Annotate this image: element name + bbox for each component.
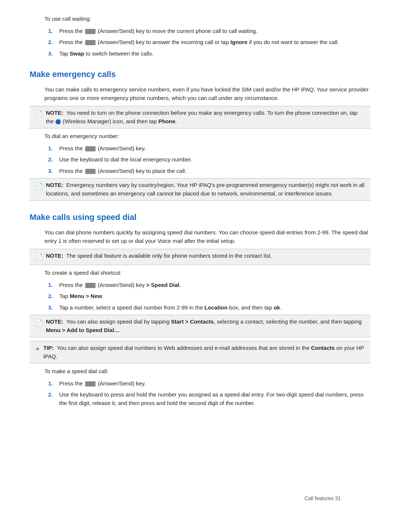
emergency-steps-list: 1. Press the (Answer/Send) key. 2. Use t… (59, 144, 370, 175)
call-waiting-list: 1. Press the (Answer/Send) key to move t… (59, 27, 370, 58)
emergency-note1: 📄 NOTE: You need to turn on the phone co… (30, 106, 370, 128)
speed-dial-note1: 📄 NOTE: The speed dial feature is availa… (30, 249, 370, 265)
emergency-step2: 2. Use the keyboard to dial the local em… (59, 155, 370, 164)
note2-icon: 📄 (35, 181, 43, 191)
answer-send-key-icon (85, 29, 96, 34)
emergency-para: You can make calls to emergency service … (44, 86, 370, 102)
dial-emergency-intro: To dial an emergency number: (44, 132, 370, 141)
emergency-note2-text: NOTE: Emergency numbers vary by country/… (46, 181, 365, 198)
speed-dial-note1-text: NOTE: The speed dial feature is availabl… (46, 252, 272, 260)
emergency-step1: 1. Press the (Answer/Send) key. (59, 144, 370, 153)
speed-dial-shortcut-intro: To create a speed dial shortcut: (44, 269, 370, 277)
speed-dial-heading: Make calls using speed dial (30, 211, 370, 223)
answer-send-key-icon3 (85, 146, 96, 151)
speed-dial-note1-icon: 📄 (35, 252, 43, 262)
speed-dial-create-list: 1. Press the (Answer/Send) key > Speed D… (59, 281, 370, 312)
emergency-note1-text: NOTE: You need to turn on the phone conn… (46, 109, 365, 126)
speed-dial-para: You can dial phone numbers quickly by as… (44, 228, 370, 245)
speed-dial-call-list: 1. Press the (Answer/Send) key. 2. Use t… (59, 379, 370, 408)
speed-dial-tip-text: TIP: You can also assign speed dial numb… (43, 344, 365, 361)
call-waiting-intro: To use call waiting: (44, 15, 370, 23)
speed-dial-create-step1: 1. Press the (Answer/Send) key > Speed D… (59, 281, 370, 290)
answer-send-key-icon6 (85, 381, 96, 387)
call-waiting-step3: 3. Tap Swap to switch between the calls. (59, 50, 370, 58)
call-waiting-step2: 2. Press the (Answer/Send) key to answer… (59, 38, 370, 47)
tip-icon: ✦ (35, 344, 40, 354)
page-footer: Call features 31 (304, 495, 341, 502)
emergency-calls-heading: Make emergency calls (30, 68, 370, 80)
speed-dial-tip: ✦ TIP: You can also assign speed dial nu… (30, 341, 370, 364)
answer-send-key-icon2 (85, 40, 96, 45)
wireless-manager-icon (56, 119, 61, 124)
speed-dial-create-step2: 2. Tap Menu > New. (59, 292, 370, 301)
answer-send-key-icon5 (85, 283, 96, 288)
speed-dial-note2: 📄 NOTE: You can also assign speed dial b… (30, 315, 370, 337)
speed-dial-call-step2: 2. Use the keyboard to press and hold th… (59, 391, 370, 407)
emergency-note2: 📄 NOTE: Emergency numbers vary by countr… (30, 178, 370, 201)
emergency-step3: 3. Press the (Answer/Send) key to place … (59, 167, 370, 175)
speed-dial-call-intro: To make a speed dial call: (44, 367, 370, 376)
speed-dial-note2-icon: 📄 (35, 318, 43, 328)
note1-icon: 📄 (35, 109, 43, 119)
speed-dial-create-step3: 3. Tap a number, select a speed dial num… (59, 304, 370, 312)
call-waiting-step1: 1. Press the (Answer/Send) key to move t… (59, 27, 370, 36)
speed-dial-note2-text: NOTE: You can also assign speed dial by … (46, 318, 365, 334)
answer-send-key-icon4 (85, 169, 96, 174)
speed-dial-call-step1: 1. Press the (Answer/Send) key. (59, 379, 370, 388)
